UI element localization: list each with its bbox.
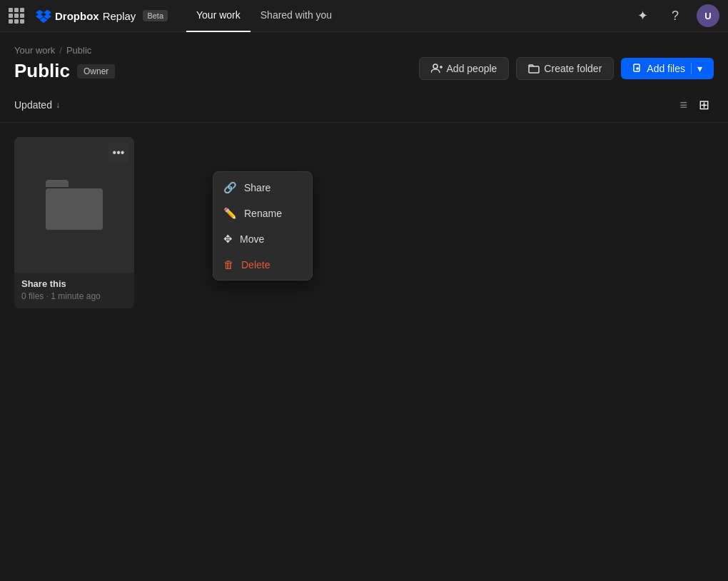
sort-button[interactable]: Updated ↓ — [14, 99, 60, 111]
rename-label: Rename — [244, 208, 282, 219]
add-files-dropdown-arrow[interactable]: ▾ — [691, 63, 702, 74]
nav-link-your-work[interactable]: Your work — [186, 0, 251, 32]
breadcrumb-public: Public — [66, 45, 91, 56]
context-menu: 🔗 Share ✏️ Rename ✥ Move 🗑 Delete — [213, 171, 313, 281]
create-folder-button[interactable]: Create folder — [516, 57, 614, 80]
file-name: Share this — [21, 278, 127, 289]
svg-rect-9 — [634, 64, 639, 71]
move-icon: ✥ — [223, 233, 233, 246]
add-files-label: Add files — [647, 63, 685, 74]
file-card-thumbnail: ••• — [14, 137, 134, 273]
page-title: Public — [14, 60, 70, 82]
create-folder-label: Create folder — [544, 63, 602, 74]
more-options-button[interactable]: ••• — [108, 143, 128, 163]
context-menu-move[interactable]: ✥ Move — [213, 226, 312, 252]
move-label: Move — [240, 233, 264, 245]
brand-logo: Dropbox Replay — [36, 8, 136, 24]
add-people-button[interactable]: Add people — [419, 57, 510, 80]
share-icon: 🔗 — [223, 181, 237, 194]
sort-arrow-icon: ↓ — [56, 100, 60, 110]
owner-badge: Owner — [77, 64, 115, 79]
view-toggles: ≡ ⊞ — [675, 95, 714, 115]
nav-links: Your work Shared with you — [186, 0, 342, 32]
svg-point-5 — [433, 64, 438, 69]
beta-badge: Beta — [143, 10, 168, 21]
delete-label: Delete — [241, 259, 270, 271]
file-grid: ••• Share this 0 files · 1 minute ago — [0, 123, 728, 323]
nav-link-shared[interactable]: Shared with you — [251, 0, 342, 32]
rename-icon: ✏️ — [223, 207, 237, 220]
avatar[interactable]: U — [697, 4, 719, 27]
file-meta: 0 files · 1 minute ago — [21, 291, 127, 301]
file-card-info: Share this 0 files · 1 minute ago — [14, 273, 134, 308]
create-folder-icon — [528, 63, 540, 74]
nav-right: ✦ ? U — [631, 4, 719, 27]
top-nav: Dropbox Replay Beta Your work Shared wit… — [0, 0, 728, 32]
brand-replay: Replay — [103, 10, 136, 22]
context-menu-rename[interactable]: ✏️ Rename — [213, 201, 312, 226]
brand-name: Dropbox — [55, 10, 99, 22]
breadcrumb-your-work[interactable]: Your work — [14, 45, 55, 56]
sort-bar: Updated ↓ ≡ ⊞ — [0, 88, 728, 123]
help-button[interactable]: ? — [664, 4, 687, 27]
brand: Dropbox Replay Beta — [36, 8, 168, 24]
delete-icon: 🗑 — [223, 258, 234, 271]
add-files-icon — [632, 64, 642, 74]
folder-icon-large — [46, 180, 103, 230]
sparkle-button[interactable]: ✦ — [631, 4, 654, 27]
svg-rect-8 — [529, 66, 539, 73]
share-label: Share — [244, 182, 271, 193]
header-actions: Add people Create folder Add files ▾ — [419, 57, 714, 80]
grid-view-button[interactable]: ⊞ — [694, 95, 714, 115]
add-people-label: Add people — [447, 63, 497, 74]
file-card[interactable]: ••• Share this 0 files · 1 minute ago — [14, 137, 134, 308]
nav-left: Dropbox Replay Beta Your work Shared wit… — [9, 0, 631, 32]
dropbox-logo-icon — [36, 8, 51, 24]
add-people-icon — [431, 63, 443, 74]
context-menu-delete[interactable]: 🗑 Delete — [213, 252, 312, 277]
list-view-button[interactable]: ≡ — [675, 96, 692, 115]
breadcrumb-sep: / — [59, 45, 62, 56]
add-files-button[interactable]: Add files ▾ — [621, 58, 714, 79]
context-menu-share[interactable]: 🔗 Share — [213, 175, 312, 201]
breadcrumb: Your work / Public — [14, 45, 714, 56]
apps-icon[interactable] — [9, 8, 24, 24]
sort-label: Updated — [14, 99, 52, 111]
